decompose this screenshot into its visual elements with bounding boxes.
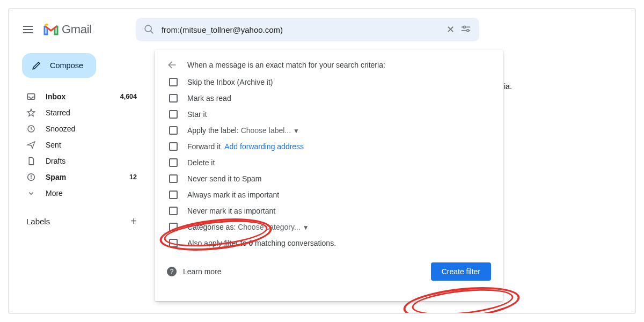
filter-option: Star it — [169, 110, 491, 119]
filter-option: Never mark it as important — [169, 207, 491, 215]
sidebar-item-label: More — [46, 189, 63, 197]
panel-header: When a message is an exact match for you… — [187, 61, 385, 69]
filter-option: Never send it to Spam — [169, 174, 491, 183]
main-menu-button[interactable] — [23, 23, 36, 36]
sidebar-item-label: Starred — [46, 108, 70, 117]
gmail-logo[interactable]: Gmail — [43, 23, 92, 36]
compose-button[interactable]: Compose — [22, 53, 96, 78]
svg-point-5 — [467, 30, 469, 32]
filter-option: Skip the Inbox (Archive it) — [169, 78, 491, 86]
sidebar-item-label: Snoozed — [46, 125, 75, 133]
filter-option-label: Always mark it as important — [187, 191, 279, 199]
compose-label: Compose — [50, 61, 83, 70]
filter-option: Delete it — [169, 158, 491, 167]
chevron-down-icon[interactable]: ▼ — [303, 224, 309, 231]
chevron-down-icon[interactable]: ▼ — [293, 127, 299, 135]
bang-icon — [26, 172, 36, 182]
help-icon: ? — [167, 267, 177, 276]
sidebar-item-more[interactable]: More — [22, 185, 147, 201]
filter-option-label: Skip the Inbox (Archive it) — [187, 78, 273, 86]
sidebar-item-label: Sent — [46, 141, 61, 149]
brand-name: Gmail — [62, 23, 92, 36]
filter-option: Forward it Add forwarding address — [169, 142, 491, 151]
obscured-text-fragment: ia. — [504, 82, 512, 91]
add-forwarding-link[interactable]: Add forwarding address — [224, 142, 304, 151]
sidebar-item-sent[interactable]: Sent — [22, 137, 147, 153]
star-icon — [26, 108, 36, 118]
checkbox[interactable] — [169, 207, 178, 215]
svg-line-1 — [151, 31, 153, 34]
sidebar-item-drafts[interactable]: Drafts — [22, 153, 147, 169]
svg-point-3 — [463, 26, 465, 28]
filter-option-label: Never send it to Spam — [187, 174, 262, 183]
clock-icon — [26, 124, 36, 134]
create-filter-button[interactable]: Create filter — [431, 262, 491, 281]
checkbox[interactable] — [169, 174, 178, 183]
svg-point-10 — [31, 178, 32, 179]
sidebar-item-spam[interactable]: Spam12 — [22, 169, 147, 185]
search-bar[interactable]: from:(mitsue_tollner@yahoo.com) ✕ — [136, 18, 479, 41]
labels-header: Labels — [26, 217, 50, 226]
checkbox[interactable] — [169, 142, 178, 151]
filter-option-label: Star it — [187, 110, 207, 119]
filter-option-label: Forward it Add forwarding address — [187, 142, 304, 151]
filter-actions-panel: When a message is an exact match for you… — [155, 50, 503, 301]
checkbox[interactable] — [169, 78, 178, 86]
filter-option-label: Apply the label: Choose label...▼ — [187, 126, 299, 135]
checkbox[interactable] — [169, 94, 178, 103]
dropdown-value[interactable]: Choose label... — [241, 126, 291, 135]
checkbox[interactable] — [169, 126, 178, 135]
sidebar-item-label: Drafts — [46, 157, 65, 165]
add-label-button[interactable]: + — [130, 215, 137, 228]
sidebar-item-snoozed[interactable]: Snoozed — [22, 121, 147, 137]
gmail-logo-icon — [43, 24, 58, 35]
file-icon — [26, 156, 36, 166]
checkbox[interactable] — [169, 110, 178, 119]
checkbox[interactable] — [169, 191, 178, 199]
search-icon — [143, 24, 155, 35]
sidebar-item-starred[interactable]: Starred — [22, 105, 147, 121]
learn-more-label: Learn more — [183, 267, 222, 276]
sidebar-item-count: 12 — [129, 173, 137, 181]
filter-option: Apply the label: Choose label...▼ — [169, 126, 491, 135]
chev-icon — [26, 188, 36, 198]
send-icon — [26, 140, 36, 150]
pencil-icon — [32, 61, 41, 70]
clear-search-button[interactable]: ✕ — [444, 21, 457, 38]
learn-more-link[interactable]: ? Learn more — [167, 267, 222, 276]
search-input[interactable]: from:(mitsue_tollner@yahoo.com) — [162, 25, 438, 34]
sidebar-item-count: 4,604 — [120, 93, 137, 100]
search-options-icon[interactable] — [460, 24, 472, 35]
filter-option-label: Delete it — [187, 158, 215, 167]
checkbox[interactable] — [169, 158, 178, 167]
sidebar: Compose Inbox4,604StarredSnoozedSentDraf… — [17, 50, 147, 305]
back-arrow-button[interactable] — [167, 60, 178, 70]
filter-option-label: Mark as read — [187, 94, 231, 103]
inbox-icon — [26, 92, 36, 101]
sidebar-item-label: Spam — [46, 173, 66, 181]
sidebar-item-label: Inbox — [46, 92, 65, 101]
filter-option: Always mark it as important — [169, 191, 491, 199]
svg-point-0 — [145, 25, 151, 32]
filter-option: Mark as read — [169, 94, 491, 103]
sidebar-item-inbox[interactable]: Inbox4,604 — [22, 89, 147, 105]
filter-option-label: Never mark it as important — [187, 207, 275, 215]
